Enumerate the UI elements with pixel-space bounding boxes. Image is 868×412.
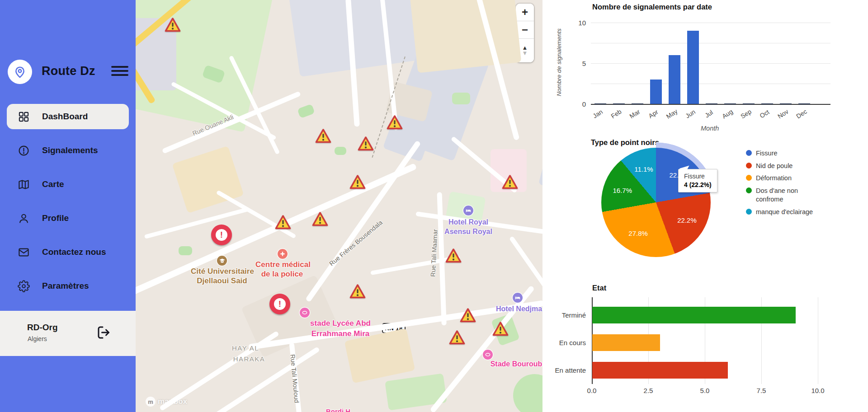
- sidebar-item-carte[interactable]: Carte: [7, 172, 129, 197]
- bar-month-label: Dec: [795, 108, 808, 120]
- alert-circle-icon: [18, 145, 30, 157]
- hbar-value[interactable]: [592, 362, 728, 379]
- bar-month-label: Apr: [647, 108, 660, 119]
- bar-month-label: Feb: [610, 108, 623, 120]
- user-card[interactable]: RD-Org Algiers: [0, 311, 136, 356]
- legend-bullet: [746, 163, 752, 169]
- warning-marker[interactable]: [312, 212, 328, 229]
- hbar-value[interactable]: [592, 334, 660, 351]
- stadium-icon[interactable]: [300, 308, 310, 318]
- hbar-x-tick: 5.0: [700, 387, 710, 394]
- hbar-gridline: [818, 297, 818, 384]
- bar-value[interactable]: [650, 80, 662, 104]
- hbar-row-label: En attente: [555, 366, 586, 374]
- bar-zero-mark: [594, 103, 606, 104]
- map-road: [159, 331, 279, 411]
- map-road: [144, 207, 250, 239]
- warning-marker[interactable]: [349, 284, 366, 301]
- legend-label: Dos d'ane non confrome: [756, 187, 824, 204]
- warning-marker[interactable]: [445, 248, 462, 265]
- map-label: HAY AL: [232, 344, 259, 352]
- map-label: Rue Tali Maamar: [429, 229, 439, 277]
- alert-marker[interactable]: !: [211, 225, 232, 245]
- user-icon: [18, 212, 30, 225]
- sidebar-item-label: Signalements: [42, 145, 98, 155]
- stadium-icon[interactable]: [483, 350, 493, 360]
- bar-gridline: [591, 23, 830, 23]
- legend-item[interactable]: Nid de poule: [746, 162, 832, 171]
- warning-marker[interactable]: [449, 330, 465, 347]
- bar-chart-xlabel: Month: [701, 125, 719, 132]
- route-dz-dashboard: Route Dz DashBoardSignalementsCarteProfi…: [0, 0, 868, 412]
- warning-marker[interactable]: [460, 308, 476, 325]
- warning-marker[interactable]: [492, 322, 509, 338]
- warning-marker[interactable]: [358, 136, 374, 153]
- alert-marker[interactable]: !: [269, 294, 290, 314]
- sidebar-nav: DashBoardSignalementsCarteProfileContact…: [0, 104, 136, 307]
- map-label: Errahmane Mira: [311, 329, 370, 338]
- legend-item[interactable]: Déformation: [746, 174, 832, 183]
- warning-marker[interactable]: [387, 115, 403, 132]
- bar-zero-mark: [780, 103, 792, 104]
- sidebar-item-label: Contactez nous: [42, 247, 106, 257]
- bar-month-label: May: [665, 108, 679, 120]
- bar-month-label: Nov: [776, 108, 790, 120]
- pie-chart[interactable]: [601, 148, 711, 257]
- menu-icon[interactable]: [111, 66, 128, 79]
- bar-zero-mark: [613, 103, 625, 104]
- pie-slice-label: 27.8%: [628, 229, 648, 237]
- hbar-x-tick: 10.0: [811, 387, 824, 394]
- bar-chart-title: Nombre de signalements par date: [592, 3, 712, 11]
- legend-bullet: [746, 175, 752, 181]
- map-label: stade Lycée Abd: [310, 319, 371, 328]
- legend-item[interactable]: Dos d'ane non confrome: [746, 187, 832, 204]
- bar-gridline: [591, 43, 830, 43]
- zoom-in-button[interactable]: +: [516, 4, 534, 21]
- bar-y-tick: 10: [578, 19, 586, 27]
- bar-month-label: Jul: [703, 108, 714, 119]
- sidebar-item-parametres[interactable]: Paramètres: [7, 273, 129, 299]
- bar-zero-mark: [761, 103, 773, 104]
- logout-icon[interactable]: [96, 324, 112, 341]
- bar-month-label: Jan: [591, 108, 604, 120]
- university-icon[interactable]: [217, 256, 227, 266]
- map-canvas[interactable]: RN 18 + − ▲ ▼ m mapbox i Rue Ouane AkliC…: [136, 0, 542, 412]
- sidebar-item-label: Paramètres: [42, 281, 89, 291]
- sidebar-item-signalements[interactable]: Signalements: [7, 138, 129, 163]
- map-label: Cité Universitaire: [191, 267, 254, 276]
- warning-marker[interactable]: [275, 215, 291, 232]
- sidebar-item-label: Carte: [42, 179, 64, 189]
- user-org: RD-Org: [27, 323, 58, 332]
- bar-value[interactable]: [687, 31, 699, 104]
- hbar-x-tick: 2.5: [644, 387, 653, 394]
- hbar-row-label: En cours: [559, 339, 586, 346]
- lodging-icon[interactable]: [513, 293, 523, 303]
- sidebar-item-contactez-nous[interactable]: Contactez nous: [7, 239, 129, 265]
- sidebar-item-label: DashBoard: [42, 112, 88, 122]
- sidebar-item-profile[interactable]: Profile: [7, 206, 129, 231]
- bar-value[interactable]: [669, 55, 680, 104]
- warning-marker[interactable]: [502, 175, 518, 192]
- legend-bullet: [746, 150, 752, 156]
- warning-marker[interactable]: [315, 129, 331, 145]
- map-zone: [179, 246, 192, 255]
- tooltip-label: Fissure: [684, 173, 712, 180]
- legend-bullet: [746, 187, 752, 193]
- legend-item[interactable]: Fissure: [746, 149, 832, 158]
- status-chart-title: Etat: [592, 284, 606, 292]
- map-zone: [297, 104, 315, 118]
- hbar-value[interactable]: [592, 307, 796, 323]
- mapbox-icon: m: [146, 397, 156, 407]
- sidebar-item-dashboard[interactable]: DashBoard: [7, 104, 129, 129]
- pie-slice-label: 11.1%: [634, 165, 653, 173]
- legend-item[interactable]: manque d'eclairage: [746, 208, 832, 217]
- warning-marker[interactable]: [349, 175, 366, 192]
- lodging-icon[interactable]: [463, 206, 473, 215]
- map-label: Hotel Nedjma: [496, 305, 542, 313]
- medical-cross-icon[interactable]: [278, 249, 288, 259]
- warning-marker[interactable]: [165, 18, 181, 34]
- pie-legend: FissureNid de pouleDéformationDos d'ane …: [746, 149, 832, 220]
- user-location: Algiers: [28, 335, 47, 342]
- grid-icon: [18, 111, 30, 123]
- sidebar: Route Dz DashBoardSignalementsCarteProfi…: [0, 0, 136, 412]
